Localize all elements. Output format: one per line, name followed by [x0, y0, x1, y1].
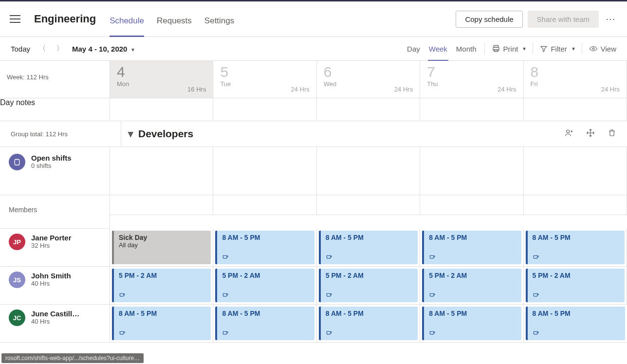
chevron-down-icon: ▾ — [572, 45, 575, 52]
break-icon — [429, 329, 516, 337]
day-hours: 24 Hrs — [394, 86, 413, 93]
break-icon — [222, 253, 309, 261]
next-week-icon[interactable]: 〉 — [56, 44, 63, 53]
day-number: 8 — [531, 65, 620, 79]
person-side[interactable]: JSJohn Smith40 Hrs — [0, 267, 110, 305]
day-notes-cell[interactable] — [420, 98, 523, 121]
view-label: View — [601, 45, 616, 53]
tab-settings[interactable]: Settings — [204, 16, 234, 36]
day-hours: 16 Hrs — [187, 86, 206, 93]
day-notes-label: Day notes — [0, 98, 110, 121]
shift-card[interactable]: 8 AM - 5 PM — [526, 231, 625, 264]
break-icon — [326, 329, 413, 337]
avatar: JC — [9, 309, 25, 326]
delete-icon[interactable] — [608, 128, 616, 139]
prev-week-icon[interactable]: 〈 — [39, 44, 46, 53]
tab-requests[interactable]: Requests — [157, 16, 192, 36]
open-shift-cell[interactable] — [524, 147, 627, 195]
group-name[interactable]: ▾Developers — [128, 128, 193, 140]
date-range-picker[interactable]: May 4 - 10, 2020 ▾ — [72, 45, 134, 53]
absence-card[interactable]: Sick DayAll day — [112, 231, 211, 264]
day-hours: 24 Hrs — [291, 86, 310, 93]
shift-cell: 8 AM - 5 PM — [524, 229, 627, 267]
group-total: Group total: 112 Hrs — [0, 121, 121, 146]
break-icon — [533, 291, 620, 299]
day-notes-cell[interactable] — [110, 98, 213, 121]
shift-card[interactable]: 5 PM - 2 AM — [526, 269, 625, 302]
person-name: John Smith — [31, 272, 71, 280]
shift-card[interactable]: 5 PM - 2 AM — [319, 269, 418, 302]
day-header[interactable]: 7Thu24 Hrs — [420, 61, 523, 98]
day-header[interactable]: 4Mon16 Hrs — [110, 61, 213, 98]
move-icon[interactable] — [586, 128, 595, 139]
open-shift-cell[interactable] — [213, 147, 316, 195]
svg-point-3 — [592, 48, 594, 50]
shift-sub: All day — [119, 241, 206, 249]
more-actions-icon[interactable]: ⋯ — [604, 10, 617, 28]
tab-schedule[interactable]: Schedule — [110, 16, 144, 36]
shift-time: 8 AM - 5 PM — [533, 309, 620, 317]
day-header[interactable]: 6Wed24 Hrs — [317, 61, 420, 98]
divider — [533, 43, 533, 55]
view-week[interactable]: Week — [428, 44, 448, 54]
shift-card[interactable]: 5 PM - 2 AM — [112, 269, 211, 302]
open-shifts-side[interactable]: Open shifts0 shifts — [0, 147, 110, 195]
shift-cell: 8 AM - 5 PM — [213, 305, 316, 343]
shift-card[interactable]: 8 AM - 5 PM — [319, 231, 418, 264]
shift-card[interactable]: 8 AM - 5 PM — [215, 231, 314, 264]
shift-cell: 8 AM - 5 PM — [110, 305, 213, 343]
svg-rect-5 — [15, 160, 19, 165]
shift-card[interactable]: 8 AM - 5 PM — [215, 307, 314, 340]
open-shift-cell[interactable] — [317, 147, 420, 195]
shift-card[interactable]: 8 AM - 5 PM — [422, 307, 521, 340]
shift-card[interactable]: 5 PM - 2 AM — [215, 269, 314, 302]
day-header[interactable]: 5Tue24 Hrs — [213, 61, 316, 98]
shift-time: 5 PM - 2 AM — [222, 272, 309, 279]
open-shift-cell[interactable] — [110, 147, 213, 195]
shift-cell: 8 AM - 5 PM — [524, 305, 627, 343]
status-bar: rosoft.com/shifts-web-app/.../schedules?… — [1, 353, 144, 363]
view-options-button[interactable]: View — [589, 44, 616, 53]
print-icon — [492, 44, 500, 53]
day-number: 5 — [220, 65, 309, 79]
open-shift-cell[interactable] — [420, 147, 523, 195]
shift-cell: 8 AM - 5 PM — [317, 229, 420, 267]
filter-button[interactable]: Filter ▾ — [540, 45, 574, 53]
shift-time: 8 AM - 5 PM — [533, 234, 620, 241]
view-day[interactable]: Day — [406, 44, 421, 54]
person-side[interactable]: JCJune Castill…40 Hrs — [0, 305, 110, 343]
view-month[interactable]: Month — [455, 44, 478, 54]
day-header[interactable]: 8Fri24 Hrs — [524, 61, 627, 98]
shift-card[interactable]: 8 AM - 5 PM — [319, 307, 418, 340]
spacer — [524, 195, 627, 215]
person-side[interactable]: JPJane Porter32 Hrs — [0, 229, 110, 267]
shift-cell: Sick DayAll day — [110, 229, 213, 267]
day-notes-cell[interactable] — [213, 98, 316, 121]
shift-card[interactable]: 8 AM - 5 PM — [112, 307, 211, 340]
copy-schedule-button[interactable]: Copy schedule — [456, 11, 522, 28]
print-button[interactable]: Print ▾ — [492, 44, 526, 53]
open-shifts-title: Open shifts — [31, 154, 72, 162]
shift-card[interactable]: 8 AM - 5 PM — [422, 231, 521, 264]
share-with-team-button[interactable]: Share with team — [528, 11, 599, 28]
divider — [582, 43, 582, 55]
group-actions — [565, 128, 627, 139]
day-number: 4 — [117, 65, 206, 79]
today-button[interactable]: Today — [11, 45, 30, 53]
shift-card[interactable]: 8 AM - 5 PM — [526, 307, 625, 340]
shift-card[interactable]: 5 PM - 2 AM — [422, 269, 521, 302]
person-hours: 32 Hrs — [31, 242, 72, 249]
add-person-icon[interactable] — [565, 128, 573, 139]
break-icon — [429, 253, 516, 261]
shift-cell: 5 PM - 2 AM — [420, 267, 523, 305]
day-notes-cell[interactable] — [524, 98, 627, 121]
shift-cell: 5 PM - 2 AM — [524, 267, 627, 305]
shift-time: 5 PM - 2 AM — [119, 272, 206, 279]
day-number: 6 — [324, 65, 413, 79]
hamburger-menu[interactable] — [10, 12, 24, 26]
shift-cell: 8 AM - 5 PM — [420, 229, 523, 267]
shift-time: 5 PM - 2 AM — [326, 272, 413, 279]
day-notes-cell[interactable] — [317, 98, 420, 121]
shift-cell: 8 AM - 5 PM — [420, 305, 523, 343]
break-icon — [119, 291, 206, 299]
